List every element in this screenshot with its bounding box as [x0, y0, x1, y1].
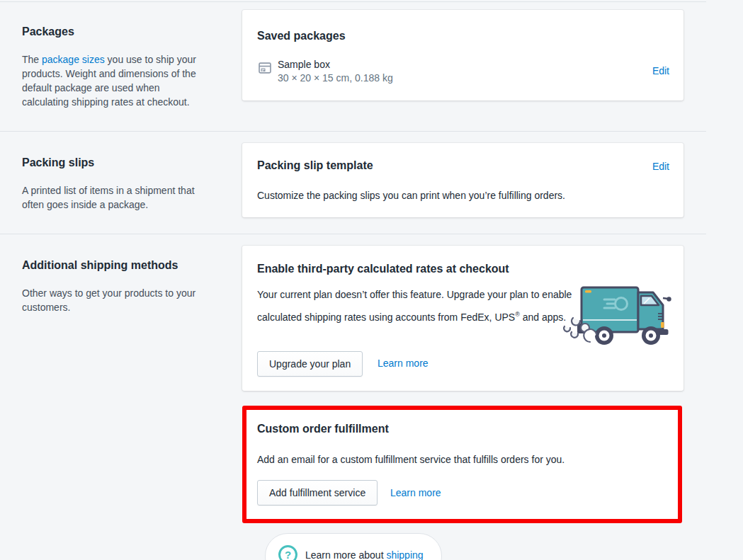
package-name: Sample box	[278, 59, 330, 70]
question-mark-icon: ?	[278, 545, 297, 560]
third-party-rates-body: Your current plan doesn’t offer this fea…	[257, 285, 576, 327]
third-party-rates-title: Enable third-party calculated rates at c…	[257, 263, 509, 275]
additional-methods-description: Other ways to get your products to your …	[22, 286, 205, 314]
packages-description-text: The	[22, 54, 42, 65]
rates-learn-more-link[interactable]: Learn more	[378, 358, 429, 369]
custom-fulfillment-title: Custom order fulfillment	[257, 423, 389, 435]
third-party-rates-card: Enable third-party calculated rates at c…	[242, 246, 684, 391]
fulfillment-learn-more-link[interactable]: Learn more	[390, 487, 441, 498]
section-divider	[0, 234, 706, 234]
edit-package-link[interactable]: Edit	[652, 65, 669, 76]
packing-slips-section-title: Packing slips	[22, 156, 94, 169]
custom-fulfillment-card: Custom order fulfillment Add an email fo…	[246, 410, 678, 519]
delivery-truck-illustration	[562, 282, 674, 353]
annotation-highlight-box: Custom order fulfillment Add an email fo…	[242, 406, 682, 523]
shipping-link[interactable]: shipping	[386, 549, 423, 560]
section-divider	[0, 131, 706, 132]
packages-section-title: Packages	[22, 25, 74, 38]
registered-mark: ®	[515, 311, 520, 318]
custom-fulfillment-body: Add an email for a custom fulfillment se…	[257, 452, 565, 467]
edit-packing-slip-link[interactable]: Edit	[652, 161, 669, 172]
packing-slip-template-body: Customize the packing slips you can prin…	[257, 188, 565, 202]
package-sizes-link[interactable]: package sizes	[42, 54, 105, 65]
footer-help-text: Learn more about shipping	[305, 549, 424, 560]
package-details: 30 × 20 × 15 cm, 0.188 kg	[278, 72, 393, 84]
footer-help-callout: ? Learn more about shipping	[265, 533, 442, 560]
saved-packages-card: Saved packages Sample box 30 × 20 × 15 c…	[242, 10, 684, 101]
rates-body-text: and apps.	[520, 312, 566, 323]
packing-slip-template-card: Packing slip template Edit Customize the…	[242, 143, 684, 217]
footer-text-part: Learn more about	[305, 549, 386, 560]
package-icon	[257, 60, 273, 79]
packing-slip-template-title: Packing slip template	[257, 159, 373, 172]
saved-packages-title: Saved packages	[257, 30, 346, 42]
section-divider	[0, 1, 706, 2]
upgrade-plan-button[interactable]: Upgrade your plan	[257, 351, 363, 377]
packages-description: The package sizes you use to ship your p…	[22, 52, 205, 109]
add-fulfillment-service-button[interactable]: Add fulfillment service	[257, 480, 378, 505]
additional-methods-section-title: Additional shipping methods	[22, 259, 178, 272]
shipping-settings-page: Packages The package sizes you use to sh…	[0, 0, 743, 560]
packing-slips-description: A printed list of items in a shipment th…	[22, 183, 205, 212]
